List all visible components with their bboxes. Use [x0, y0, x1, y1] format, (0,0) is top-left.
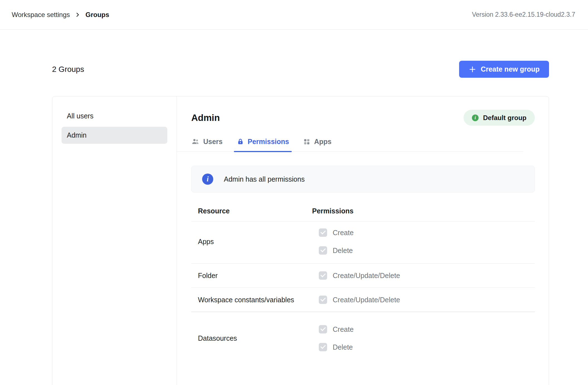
tab-users[interactable]: Users	[191, 137, 223, 152]
resource-column-header: Resource	[198, 207, 312, 215]
apps-grid-icon	[303, 138, 310, 145]
lock-icon	[237, 138, 244, 145]
panel-header: Admin i Default group	[177, 110, 549, 126]
resource-label: Folder	[198, 272, 312, 280]
breadcrumb-groups: Groups	[85, 11, 109, 19]
table-row: Datasources Create Delete	[191, 312, 535, 364]
info-circle-icon: i	[202, 174, 213, 185]
delete-checkbox	[319, 246, 327, 255]
resource-label: Workspace constants/variables	[198, 296, 312, 304]
tab-users-label: Users	[203, 138, 223, 146]
create-new-group-button[interactable]: Create new group	[459, 61, 549, 78]
sidebar-item-admin[interactable]: Admin	[62, 127, 167, 144]
table-row: Folder Create/Update/Delete	[191, 264, 535, 288]
table-row: Workspace constants/variables Create/Upd…	[191, 288, 535, 312]
groups-sidebar: All users Admin	[52, 96, 177, 385]
sidebar-item-label: All users	[67, 112, 94, 120]
permission-label: Create	[333, 229, 354, 237]
tab-permissions[interactable]: Permissions	[237, 137, 289, 152]
permission-delete: Delete	[319, 242, 354, 259]
create-checkbox	[319, 228, 327, 237]
default-group-badge-label: Default group	[483, 114, 526, 122]
permission-label: Create	[333, 325, 354, 333]
permission-crud: Create/Update/Delete	[319, 291, 400, 309]
crud-checkbox	[319, 271, 327, 280]
permission-label: Create/Update/Delete	[333, 296, 400, 304]
permission-create: Create	[319, 320, 354, 338]
sidebar-item-all-users[interactable]: All users	[62, 108, 167, 125]
permission-label: Create/Update/Delete	[333, 272, 400, 280]
version-label: Version 2.33.6-ee2.15.19-cloud2.3.7	[472, 11, 575, 18]
permission-delete: Delete	[319, 338, 354, 356]
create-new-group-label: Create new group	[481, 65, 540, 73]
tab-permissions-label: Permissions	[248, 138, 289, 146]
top-header: Workspace settings Groups Version 2.33.6…	[0, 0, 588, 30]
groups-count-heading: 2 Groups	[52, 65, 84, 74]
resource-label: Apps	[198, 238, 312, 246]
page-content: 2 Groups Create new group All users Admi…	[0, 61, 588, 385]
create-checkbox	[319, 325, 327, 333]
chevron-right-icon	[75, 12, 80, 18]
table-header: Resource Permissions	[191, 192, 535, 221]
plus-icon	[469, 65, 476, 73]
groups-card: All users Admin Admin i Default group	[52, 96, 549, 385]
permission-create: Create	[319, 224, 354, 242]
permissions-table: Resource Permissions Apps Create Delete	[191, 192, 535, 364]
tab-apps-label: Apps	[314, 138, 332, 146]
breadcrumb: Workspace settings Groups	[12, 11, 109, 19]
delete-checkbox	[319, 343, 327, 351]
groups-toolbar: 2 Groups Create new group	[52, 61, 549, 78]
info-icon: i	[472, 114, 479, 121]
group-tabs: Users Permissions	[177, 137, 523, 152]
table-row: Apps Create Delete	[191, 221, 535, 264]
group-title: Admin	[191, 113, 220, 123]
banner-message: Admin has all permissions	[224, 175, 305, 183]
resource-label: Datasources	[198, 334, 312, 342]
sidebar-item-label: Admin	[67, 131, 87, 139]
permissions-column-header: Permissions	[312, 207, 354, 215]
permission-label: Delete	[333, 247, 353, 255]
crud-checkbox	[319, 296, 327, 304]
group-detail-panel: Admin i Default group	[177, 96, 549, 385]
default-group-badge: i Default group	[464, 110, 535, 126]
tab-apps[interactable]: Apps	[303, 137, 332, 152]
breadcrumb-workspace-settings[interactable]: Workspace settings	[12, 11, 70, 19]
permission-label: Delete	[333, 343, 353, 351]
permission-crud: Create/Update/Delete	[319, 267, 400, 284]
users-icon	[191, 137, 200, 146]
permissions-info-banner: i Admin has all permissions	[191, 166, 535, 192]
